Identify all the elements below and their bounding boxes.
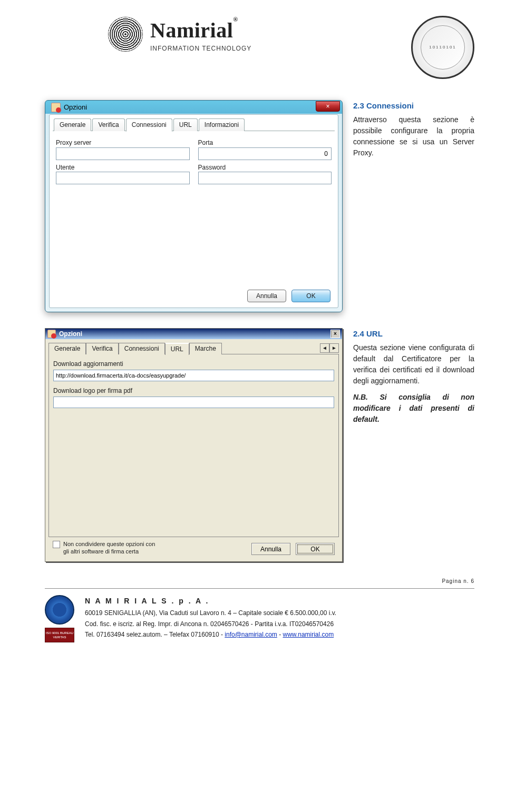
tab-row: Generale Verifica Connessioni URL Marche…	[48, 342, 339, 354]
footer-email-link[interactable]: info@namirial.com	[225, 631, 277, 638]
download-updates-input[interactable]	[53, 370, 334, 381]
footer-sep: -	[277, 631, 283, 638]
tab-generale[interactable]: Generale	[48, 343, 86, 354]
user-label: Utente	[56, 163, 190, 172]
company-name: N A M I R I A L S . p . A .	[85, 595, 474, 608]
download-updates-label: Download aggiornamenti	[53, 360, 334, 369]
port-label: Porta	[198, 138, 332, 147]
share-options-checkbox[interactable]: Non condividere queste opzioni con gli a…	[53, 540, 158, 556]
section-title: 2.4 URL	[353, 328, 474, 340]
close-button[interactable]: ×	[330, 330, 340, 338]
tab-connessioni[interactable]: Connessioni	[119, 343, 165, 354]
download-logo-label: Download logo per firma pdf	[53, 387, 334, 395]
brand-reg: ®	[233, 16, 238, 23]
footer-line2: Cod. fisc. e iscriz. al Reg. Impr. di An…	[85, 619, 474, 629]
dialog-titlebar[interactable]: Opzioni	[49, 101, 338, 114]
proxy-input[interactable]	[56, 147, 190, 160]
dialog-titlebar[interactable]: Opzioni ×	[45, 329, 342, 339]
divider	[45, 588, 474, 589]
brand-tagline: INFORMATION TECHNOLOGY	[150, 44, 251, 53]
share-options-label: Non condividere queste opzioni con gli a…	[63, 540, 158, 556]
password-label: Password	[198, 163, 332, 172]
port-input[interactable]	[198, 147, 332, 160]
certification-stamp-icon: 10110101	[411, 16, 474, 79]
footer-web-link[interactable]: www.namirial.com	[283, 631, 334, 638]
cancel-button[interactable]: Annulla	[247, 290, 286, 302]
note-body: Si consiglia di non modificare i dati pr…	[353, 393, 474, 423]
dialog-url: Opzioni × Generale Verifica Connessioni …	[45, 328, 343, 562]
section-text-url: 2.4 URL Questa sezione viene configurata…	[353, 328, 474, 425]
section-title: 2.3 Connessioni	[353, 100, 474, 112]
bureau-veritas-badge-icon: ISO 9001 BUREAU VERITAS	[45, 628, 74, 642]
close-button[interactable]: ×	[316, 101, 340, 112]
section-body: Questa sezione viene configurata di defa…	[353, 343, 474, 385]
app-icon	[47, 330, 56, 338]
ok-button[interactable]: OK	[291, 290, 330, 302]
tab-url[interactable]: URL	[165, 343, 189, 355]
tab-url[interactable]: URL	[173, 118, 198, 131]
page-footer: ISO 9001 BUREAU VERITAS N A M I R I A L …	[45, 595, 474, 642]
footer-line1: 60019 SENIGALLIA (AN), Via Caduti sul La…	[85, 608, 474, 618]
tab-generale[interactable]: Generale	[54, 118, 91, 131]
dialog-connessioni: Opzioni × Generale Verifica Connessioni …	[45, 100, 343, 312]
brand-name: Namirial®	[150, 16, 251, 45]
password-input[interactable]	[198, 172, 332, 184]
app-icon	[51, 103, 61, 112]
checkbox-icon[interactable]	[53, 541, 60, 548]
tab-row: Generale Verifica Connessioni URL Inform…	[53, 118, 335, 131]
section-body: Attraverso questa sezione è possibile co…	[353, 115, 474, 157]
page-number: Pagina n. 6	[45, 578, 474, 585]
stamp-inner: 10110101	[421, 25, 465, 70]
brand-text: Namirial® INFORMATION TECHNOLOGY	[150, 16, 251, 53]
page-header: Namirial® INFORMATION TECHNOLOGY 1011010…	[45, 16, 474, 79]
section-text-connessioni: 2.3 Connessioni Attraverso questa sezion…	[353, 100, 474, 159]
window-title: Opzioni	[64, 103, 87, 112]
cancel-button[interactable]: Annulla	[251, 543, 290, 555]
proxy-label: Proxy server	[56, 138, 190, 147]
tab-scroll-left[interactable]: ◄	[320, 343, 329, 353]
download-logo-input[interactable]	[53, 397, 334, 408]
brand-name-text: Namirial	[150, 18, 233, 42]
note-label: N.B.	[353, 393, 368, 401]
footer-line3: Tel. 07163494 selez.autom. – Telefax 071…	[85, 631, 225, 638]
tab-informazioni[interactable]: Informazioni	[199, 118, 245, 131]
tab-marche[interactable]: Marche	[189, 343, 222, 354]
tab-verifica[interactable]: Verifica	[86, 343, 118, 354]
window-title: Opzioni	[59, 330, 82, 339]
accredia-badge-icon	[45, 595, 74, 625]
ok-button[interactable]: OK	[296, 543, 335, 555]
user-input[interactable]	[56, 172, 190, 184]
tab-connessioni[interactable]: Connessioni	[126, 118, 172, 132]
brand-block: Namirial® INFORMATION TECHNOLOGY	[108, 16, 251, 53]
tab-verifica[interactable]: Verifica	[92, 118, 124, 131]
brand-logo-icon	[108, 17, 143, 52]
tab-scroll-right[interactable]: ►	[329, 343, 339, 353]
